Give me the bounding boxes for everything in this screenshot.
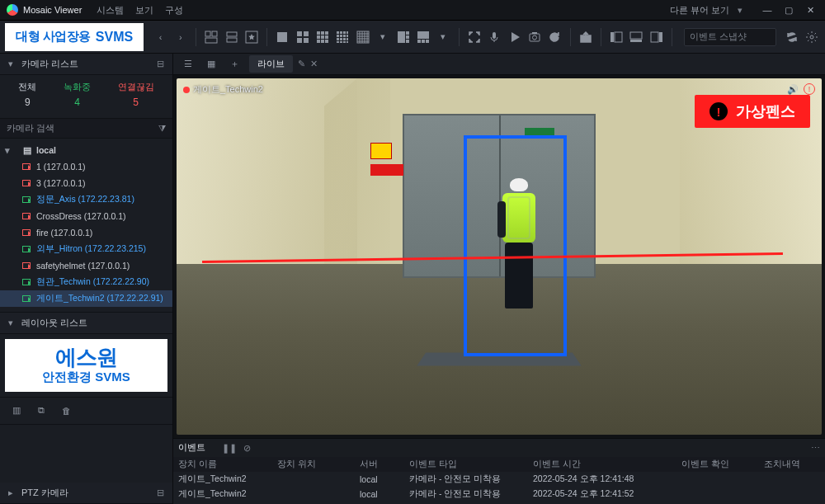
camera-label: 현관_Techwin (172.22.22.90) [36,276,149,288]
brand-banner: 대형 사업장용 SVMS [5,23,144,51]
fullscreen-icon[interactable] [466,27,483,47]
svg-rect-50 [417,40,421,43]
grid-4x4-icon[interactable] [334,27,351,47]
camera-tree-item[interactable]: 3 (127.0.0.1) [0,175,172,191]
alert-exclamation-icon: ! [710,102,728,120]
camera-search-input[interactable]: 카메라 검색 ⧩ [0,119,172,139]
play-icon[interactable] [506,27,522,47]
panel-left-icon[interactable] [608,27,625,47]
svg-rect-61 [630,40,642,42]
camera-tile[interactable]: 게이트_Techwin2 🔊 ! [177,78,822,435]
event-pause-icon[interactable]: ❚❚ [222,443,237,453]
event-tab[interactable]: 이벤트 [178,442,205,454]
layout-stack-icon[interactable] [223,27,239,47]
layout-big-left-icon[interactable] [394,27,411,47]
menu-config[interactable]: 구성 [165,4,183,16]
tile-volume-icon[interactable]: 🔊 [787,84,799,95]
toolbar-sync-icon[interactable] [783,27,799,47]
svg-rect-25 [340,35,342,37]
event-more-icon[interactable]: ⋯ [811,443,820,453]
window-minimize-button[interactable]: — [759,4,776,16]
layout-copy-icon[interactable]: ⧉ [31,401,51,421]
tab-list-icon[interactable]: ☰ [178,54,198,74]
svg-rect-17 [317,40,320,43]
layout-fav-icon[interactable] [243,27,260,47]
window-maximize-button[interactable]: ▢ [780,4,797,16]
camera-tree-item[interactable]: fire (127.0.0.1) [0,224,172,241]
event-row[interactable]: 게이트_Techwin2local카메라 - 안전모 미착용2022-05-24… [173,472,825,487]
nav-back-button[interactable]: ‹ [152,27,168,47]
other-viewer-link[interactable]: 다른 뷰어 보기 [670,4,729,16]
layout-delete-icon[interactable]: 🗑 [56,401,76,421]
tab-edit-icon[interactable]: ✎ [298,59,305,69]
export-icon[interactable] [577,27,593,47]
grid-more-icon[interactable]: ▾ [375,27,391,47]
svg-rect-58 [610,32,614,42]
camera-label: 3 (127.0.0.1) [36,178,86,188]
dropdown-icon[interactable]: ▾ [738,5,742,16]
toolbar-gear-icon[interactable] [804,27,820,47]
camera-tree-item[interactable]: safetyhelmet (127.0.0.1) [0,257,172,274]
event-row[interactable]: 게이트_Techwin2local카메라 - 안전모 미착용2022-05-24… [173,487,825,502]
snapshot-icon[interactable] [526,27,543,47]
camera-tree-item[interactable]: CrossDress (127.0.0.1) [0,208,172,224]
event-clear-icon[interactable]: ⊘ [243,443,251,453]
svg-rect-45 [398,31,405,43]
tab-close-icon[interactable]: ✕ [310,59,318,69]
svg-rect-26 [343,35,346,37]
chevron-right-icon: ▸ [8,488,16,498]
camera-tree-item[interactable]: 외부_Hitron (172.22.23.215) [0,241,172,257]
svg-rect-46 [406,31,409,35]
mic-icon[interactable] [486,27,502,47]
camera-tree-item[interactable]: 1 (127.0.0.1) [0,158,172,175]
sidebar: ▾ 카메라 리스트 ⊟ 전체 9 녹화중 4 연결끊김 5 카메라 검색 ⧩ ▾ [0,54,173,504]
svg-rect-9 [297,38,302,43]
panel-right-icon[interactable] [648,27,664,47]
tab-add-icon[interactable]: ＋ [224,54,244,74]
svg-rect-63 [659,32,662,42]
nav-forward-button[interactable]: › [172,27,189,47]
tab-grid-icon[interactable]: ▦ [201,54,221,74]
camera-icon [21,228,31,238]
layout-add-icon[interactable]: ▥ [7,401,26,421]
camera-tree-item[interactable]: 현관_Techwin (172.22.22.90) [0,274,172,290]
svg-rect-14 [317,35,320,39]
svg-rect-31 [346,38,348,40]
layout-list-header[interactable]: ▾ 레이아웃 리스트 [0,313,172,334]
menu-system[interactable]: 시스템 [97,4,124,16]
camera-list-header[interactable]: ▾ 카메라 리스트 ⊟ [0,54,172,75]
svg-rect-1 [212,31,217,36]
panel-bottom-icon[interactable] [628,27,644,47]
grid-1x1-icon[interactable] [274,27,290,47]
window-close-button[interactable]: ✕ [802,4,818,16]
layout-big-top-icon[interactable] [415,27,431,47]
grid-3x3-icon[interactable] [314,27,331,47]
camera-label: 1 (127.0.0.1) [36,162,86,172]
svg-rect-51 [422,40,425,43]
grid-custom-icon[interactable]: ▾ [435,27,451,47]
camera-tree-item[interactable]: 정문_Axis (172.22.23.81) [0,191,172,208]
refresh-icon[interactable] [546,27,563,47]
grid-2x2-icon[interactable] [294,27,310,47]
pin-icon[interactable]: ⊟ [157,488,164,498]
svg-rect-34 [343,41,346,43]
main-toolbar: 대형 사업장용 SVMS ‹ › ▾ ▾ 이벤트 스냅샷 [0,21,825,54]
svg-rect-2 [205,38,217,43]
pin-icon[interactable]: ⊟ [157,59,164,69]
svg-point-55 [532,35,536,40]
grid-5x5-icon[interactable] [355,27,371,47]
camera-tree-item[interactable]: 게이트_Techwin2 (172.22.22.91) [0,290,172,307]
snapshot-search-input[interactable]: 이벤트 스냅샷 [684,28,777,46]
tab-live[interactable]: 라이브 [249,55,293,73]
camera-label: 외부_Hitron (172.22.23.215) [36,243,146,255]
tile-alert-icon[interactable]: ! [804,83,815,95]
svg-rect-13 [325,31,328,35]
ptz-header[interactable]: ▸ PTZ 카메라 ⊟ [0,483,172,504]
filter-icon[interactable]: ⧩ [158,123,166,134]
svg-rect-3 [227,32,237,36]
menu-view[interactable]: 보기 [135,4,153,16]
svg-rect-24 [337,35,339,37]
svg-rect-6 [277,32,287,42]
tree-root-local[interactable]: ▾ ▤ local [0,142,172,158]
layout-custom-icon[interactable] [203,27,219,47]
